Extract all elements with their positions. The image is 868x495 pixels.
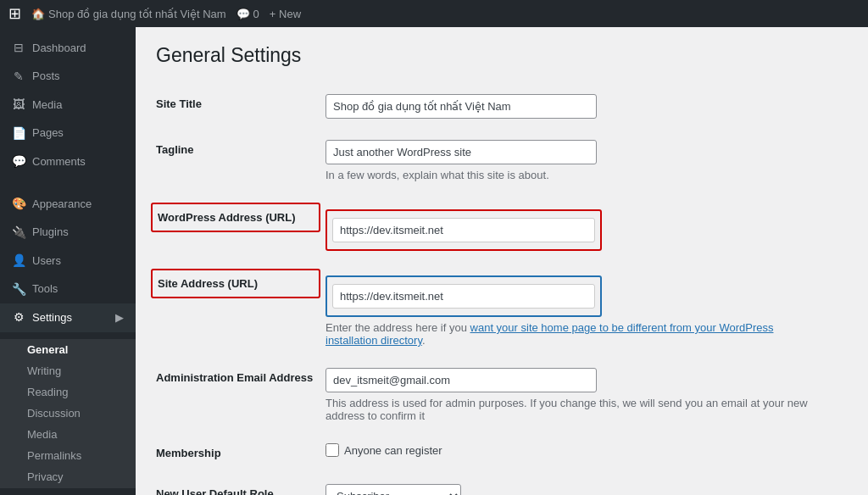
membership-checkbox[interactable] — [326, 443, 339, 457]
row-membership: Membership Anyone can register — [156, 433, 817, 474]
sidebar-item-plugins[interactable]: 🔌 Plugins — [0, 219, 136, 248]
adminbar-site-name[interactable]: 🏠 Shop đồ gia dụng tốt nhất Việt Nam — [31, 8, 226, 20]
tagline-input[interactable] — [326, 140, 597, 164]
site-address-label: Site Address (URL) — [158, 277, 258, 290]
admin-email-label: Administration Email Address — [156, 371, 313, 384]
submenu-item-reading[interactable]: Reading — [0, 381, 136, 403]
row-tagline: Tagline In a few words, explain what thi… — [156, 130, 817, 192]
site-address-desc: Enter the address here if you want your … — [326, 321, 817, 347]
sidebar-item-posts[interactable]: ✎ Posts — [0, 63, 136, 92]
adminbar-new[interactable]: + New — [270, 8, 301, 20]
submenu-item-permalinks[interactable]: Permalinks — [0, 445, 136, 466]
admin-email-desc: This address is used for admin purposes.… — [326, 397, 817, 422]
admin-bar: ⊞ 🏠 Shop đồ gia dụng tốt nhất Việt Nam 💬… — [0, 0, 868, 27]
tools-icon: 🔧 — [12, 281, 25, 298]
membership-label: Membership — [156, 447, 221, 459]
submenu-item-writing[interactable]: Writing — [0, 360, 136, 381]
sidebar: ⊟ Dashboard ✎ Posts 🖼 Media 📄 Pages 💬 Co… — [0, 27, 136, 495]
main-content: General Settings Site Title Tagline — [136, 27, 868, 495]
tagline-desc: In a few words, explain what this site i… — [326, 169, 817, 181]
settings-submenu: General Writing Reading Discussion Media… — [0, 339, 136, 487]
sidebar-item-tools[interactable]: 🔧 Tools — [0, 275, 136, 304]
sidebar-item-settings[interactable]: ⚙ Settings ▶ — [0, 303, 136, 332]
row-admin-email: Administration Email Address This addres… — [156, 358, 817, 433]
wp-address-label: WordPress Address (URL) — [158, 211, 296, 224]
row-site-address: Site Address (URL) Enter the address her… — [156, 262, 817, 358]
sidebar-item-comments[interactable]: 💬 Comments — [0, 147, 136, 176]
sidebar-item-users[interactable]: 👤 Users — [0, 247, 136, 275]
posts-icon: ✎ — [12, 69, 25, 86]
membership-checkbox-label: Anyone can register — [326, 443, 817, 457]
site-address-link[interactable]: want your site home page to be different… — [326, 321, 773, 347]
row-wp-address: WordPress Address (URL) — [156, 192, 817, 262]
pages-icon: 📄 — [12, 125, 25, 142]
sidebar-item-media[interactable]: 🖼 Media — [0, 91, 136, 120]
admin-email-input[interactable] — [326, 368, 597, 392]
plugins-icon: 🔌 — [12, 225, 25, 242]
sidebar-item-appearance[interactable]: 🎨 Appearance — [0, 190, 136, 219]
submenu-item-general[interactable]: General — [0, 339, 136, 360]
site-address-input[interactable] — [332, 284, 595, 309]
site-title-label: Site Title — [156, 97, 202, 110]
wp-address-input[interactable] — [332, 218, 595, 242]
users-icon: 👤 — [12, 253, 25, 270]
collapse-menu-button[interactable]: ◀ Collapse menu — [0, 487, 136, 495]
tagline-label: Tagline — [156, 143, 194, 156]
dashboard-icon: ⊟ — [12, 40, 25, 57]
sidebar-item-dashboard[interactable]: ⊟ Dashboard — [0, 34, 136, 63]
submenu-item-discussion[interactable]: Discussion — [0, 403, 136, 424]
settings-icon: ⚙ — [12, 309, 25, 326]
media-icon: 🖼 — [12, 97, 25, 114]
site-title-input[interactable] — [326, 94, 597, 119]
row-site-title: Site Title — [156, 84, 817, 130]
submenu-item-privacy[interactable]: Privacy — [0, 466, 136, 487]
wp-logo-icon[interactable]: ⊞ — [8, 4, 21, 23]
default-role-label: New User Default Role — [156, 487, 274, 495]
page-title: General Settings — [156, 44, 848, 67]
sidebar-item-pages[interactable]: 📄 Pages — [0, 120, 136, 148]
submenu-item-media-sub[interactable]: Media — [0, 424, 136, 445]
appearance-icon: 🎨 — [12, 196, 25, 213]
default-role-select[interactable]: Subscriber Contributor Author Editor Adm… — [326, 484, 461, 495]
adminbar-comments[interactable]: 💬 0 — [236, 8, 259, 20]
settings-form: Site Title Tagline In a few words, expla… — [156, 84, 817, 495]
row-default-role: New User Default Role Subscriber Contrib… — [156, 474, 817, 496]
settings-table: Site Title Tagline In a few words, expla… — [156, 84, 817, 495]
comments-icon: 💬 — [12, 153, 25, 170]
